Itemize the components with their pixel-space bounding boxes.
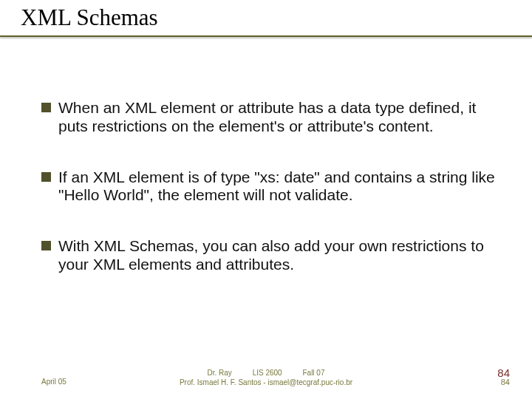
bullet-square-icon (41, 172, 51, 182)
page-number-bottom: 84 (497, 378, 510, 387)
footer: April 05 Dr. Ray LIS 2600 Fall 07 Prof. … (0, 364, 532, 387)
footer-credits: Dr. Ray LIS 2600 Fall 07 Prof. Ismael H.… (0, 368, 532, 387)
content-area: When an XML element or attribute has a d… (41, 99, 499, 307)
footer-credits-line2: Prof. Ismael H. F. Santos - ismael@tecgr… (0, 378, 532, 387)
bullet-item: With XML Schemas, you can also add your … (41, 237, 499, 274)
slide: XML Schemas When an XML element or attri… (0, 0, 532, 399)
title-underline (0, 35, 532, 37)
footer-page-numbers: 84 84 (497, 367, 510, 387)
bullet-text: With XML Schemas, you can also add your … (58, 237, 499, 274)
bullet-square-icon (41, 103, 51, 112)
bullet-square-icon (41, 241, 51, 250)
bullet-text: If an XML element is of type "xs: date" … (58, 168, 499, 205)
footer-credits-line1: Dr. Ray LIS 2600 Fall 07 (0, 368, 532, 378)
page-number-top: 84 (497, 367, 510, 379)
bullet-item: When an XML element or attribute has a d… (41, 99, 499, 136)
slide-title: XML Schemas (21, 4, 158, 31)
bullet-item: If an XML element is of type "xs: date" … (41, 168, 499, 205)
bullet-text: When an XML element or attribute has a d… (58, 99, 499, 136)
